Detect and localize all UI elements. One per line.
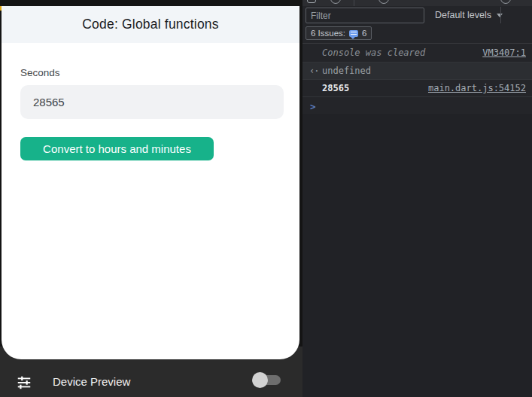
debug-marker: [0, 6, 2, 11]
console-row-log: 28565 main.dart.js:54152: [302, 80, 532, 97]
console-empty-area[interactable]: [302, 114, 532, 397]
tune-icon[interactable]: [16, 374, 32, 390]
app-title: Code: Global functions: [82, 17, 218, 32]
console-row-result: undefined: [302, 63, 532, 80]
console-filter-bar: Default levels: [302, 6, 532, 26]
default-levels-label: Default levels: [435, 10, 491, 20]
devtools-console-panel: Default levels 6 Issues: 6 Console was c…: [302, 0, 532, 397]
seconds-value: 28565: [33, 96, 65, 108]
screenshot-root: Device Preview Code: Global functions Se…: [0, 0, 532, 397]
seconds-label: Seconds: [20, 67, 60, 78]
console-sidebar-icon[interactable]: [307, 0, 316, 3]
issues-bubble-icon: [349, 30, 358, 37]
console-log-text: 28565: [322, 83, 349, 93]
toolbar-divider: [354, 0, 354, 6]
seconds-input[interactable]: 28565: [20, 85, 284, 119]
app-card: Code: Global functions Seconds 28565 Con…: [2, 6, 299, 359]
console-prompt[interactable]: >: [302, 97, 532, 114]
flutter-app-panel: Device Preview Code: Global functions Se…: [0, 0, 302, 397]
default-levels-dropdown[interactable]: Default levels: [435, 10, 503, 20]
app-header: Code: Global functions: [2, 6, 299, 43]
return-value-icon: [309, 66, 322, 76]
gear-icon[interactable]: [500, 0, 511, 4]
filter-bar-divider: [500, 7, 501, 23]
source-link-main-dart[interactable]: main.dart.js:54152: [428, 83, 526, 93]
eye-icon[interactable]: [378, 0, 389, 4]
issues-row: 6 Issues: 6: [302, 26, 532, 44]
prompt-chevron-icon: >: [310, 101, 316, 112]
issues-badge[interactable]: 6 Issues: 6: [306, 26, 372, 40]
source-link-vm[interactable]: VM3407:1: [482, 47, 526, 58]
issues-label: 6 Issues:: [311, 29, 345, 38]
device-preview-label: Device Preview: [53, 375, 130, 388]
device-preview-toggle[interactable]: [252, 372, 281, 388]
console-result-text: undefined: [322, 66, 371, 76]
clear-console-icon[interactable]: [330, 0, 341, 4]
toggle-knob: [252, 372, 268, 388]
issues-count: 6: [362, 29, 366, 38]
devtools-toolbar-clipped: [302, 0, 532, 6]
convert-button[interactable]: Convert to hours and minutes: [20, 137, 214, 160]
filter-input[interactable]: [306, 8, 424, 23]
console-row-cleared: Console was cleared VM3407:1: [302, 44, 532, 63]
console-info-text: Console was cleared: [322, 47, 425, 58]
